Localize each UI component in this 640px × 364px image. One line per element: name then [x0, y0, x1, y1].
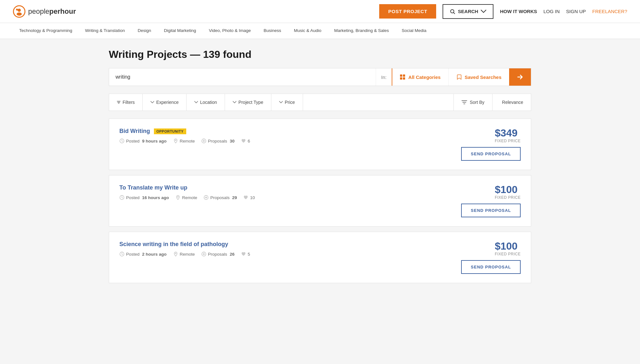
- saved-searches-button[interactable]: Saved Searches: [448, 68, 509, 86]
- search-bar: In: All Categories Saved Searches: [109, 68, 531, 86]
- svg-point-14: [178, 197, 179, 197]
- location-filter[interactable]: Location: [187, 94, 225, 111]
- project-right: $349 FIXED PRICE SEND PROPOSAL: [457, 128, 521, 161]
- nav-item-music[interactable]: Music & Audio: [288, 23, 328, 39]
- nav-item-marketing[interactable]: Marketing, Branding & Sales: [328, 23, 395, 39]
- search-input[interactable]: [116, 74, 369, 80]
- post-project-button[interactable]: POST PROJECT: [379, 4, 436, 19]
- svg-point-1: [18, 9, 21, 12]
- search-go-button[interactable]: [509, 68, 531, 86]
- price-amount: $100: [495, 184, 521, 195]
- project-left: Bid Writing OPPORTUNITY Posted 9 hours a…: [119, 128, 457, 143]
- nav-item-business[interactable]: Business: [257, 23, 288, 39]
- logo-icon: [13, 5, 26, 18]
- svg-rect-9: [403, 77, 405, 80]
- posted-time: Posted 2 hours ago: [119, 252, 167, 257]
- svg-point-2: [17, 12, 22, 16]
- project-card: To Translate my Write up Posted 16 hours…: [109, 175, 531, 227]
- opportunity-badge: OPPORTUNITY: [154, 128, 186, 134]
- chevron-project-type-icon: [233, 100, 236, 104]
- sort-by-area: Sort By: [453, 94, 492, 111]
- nav-item-design[interactable]: Design: [131, 23, 157, 39]
- proposals: Proposals 30: [201, 138, 235, 143]
- proposals: Proposals 26: [201, 252, 235, 257]
- location-icon: [173, 138, 178, 143]
- location: Remote: [175, 195, 197, 200]
- relevance-sort[interactable]: Relevance: [492, 94, 531, 111]
- send-proposal-button[interactable]: SEND PROPOSAL: [461, 260, 521, 274]
- project-left: To Translate my Write up Posted 16 hours…: [119, 184, 457, 200]
- chevron-price-icon: [279, 100, 283, 104]
- project-type-filter[interactable]: Project Type: [225, 94, 271, 111]
- logo-text: peopleperhour: [28, 7, 76, 16]
- sign-up-link[interactable]: SIGN UP: [566, 9, 586, 14]
- category-nav: Technology & Programming Writing & Trans…: [0, 23, 640, 39]
- project-title[interactable]: Bid Writing OPPORTUNITY: [119, 128, 186, 135]
- nav-item-digital-marketing[interactable]: Digital Marketing: [157, 23, 203, 39]
- likes: 5: [241, 252, 250, 257]
- arrow-right-icon: [516, 73, 524, 81]
- search-in-label: In:: [376, 68, 392, 86]
- send-proposal-button[interactable]: SEND PROPOSAL: [461, 204, 521, 217]
- proposals-icon: [201, 252, 206, 257]
- proposals-icon: [201, 138, 206, 143]
- clock-icon: [119, 252, 124, 257]
- posted-time: Posted 9 hours ago: [119, 138, 167, 143]
- svg-point-11: [175, 140, 176, 141]
- filter-icon: [117, 100, 121, 104]
- how-it-works-link[interactable]: HOW IT WORKS: [500, 9, 537, 14]
- grid-icon: [400, 74, 406, 80]
- nav-item-video[interactable]: Video, Photo & Image: [203, 23, 257, 39]
- freelancer-link[interactable]: FREELANCER?: [592, 9, 627, 14]
- sort-icon: [461, 100, 467, 105]
- logo[interactable]: peopleperhour: [13, 5, 76, 18]
- filters-bar: Filters Experience Location Project Type…: [109, 94, 531, 111]
- location-icon: [173, 252, 178, 257]
- header: peopleperhour POST PROJECT SEARCH HOW IT…: [0, 0, 640, 23]
- project-title[interactable]: Science writing in the field of patholog…: [119, 241, 228, 248]
- project-title[interactable]: To Translate my Write up: [119, 184, 187, 191]
- nav-item-social[interactable]: Social Media: [395, 23, 433, 39]
- svg-line-5: [453, 12, 455, 14]
- project-card: Bid Writing OPPORTUNITY Posted 9 hours a…: [109, 119, 531, 170]
- posted-time: Posted 16 hours ago: [119, 195, 169, 200]
- heart-icon: [241, 252, 246, 257]
- likes: 6: [241, 138, 250, 143]
- nav-item-technology[interactable]: Technology & Programming: [13, 23, 79, 39]
- filters-button[interactable]: Filters: [109, 94, 143, 111]
- clock-icon: [119, 138, 124, 143]
- project-right: $100 FIXED PRICE SEND PROPOSAL: [457, 241, 521, 274]
- location: Remote: [173, 252, 195, 257]
- price-label: FIXED PRICE: [495, 252, 521, 256]
- search-button[interactable]: SEARCH: [443, 4, 493, 19]
- search-input-wrap: [109, 68, 376, 86]
- chevron-location-icon: [194, 100, 198, 104]
- svg-point-4: [451, 10, 454, 13]
- project-right: $100 FIXED PRICE SEND PROPOSAL: [457, 184, 521, 217]
- svg-rect-8: [400, 77, 402, 80]
- price-label: FIXED PRICE: [495, 139, 521, 143]
- chevron-experience-icon: [150, 100, 154, 104]
- project-meta: Posted 2 hours ago Remote Proposals 26: [119, 252, 457, 257]
- project-meta: Posted 16 hours ago Remote Proposals 29: [119, 195, 457, 200]
- chevron-down-icon: [481, 9, 486, 14]
- svg-rect-7: [403, 74, 405, 77]
- nav-item-writing[interactable]: Writing & Translation: [79, 23, 131, 39]
- main-content: Writing Projects — 139 found In: All Cat…: [96, 39, 544, 298]
- price-filter[interactable]: Price: [271, 94, 303, 111]
- price-amount: $100: [495, 241, 521, 251]
- log-in-link[interactable]: LOG IN: [543, 9, 560, 14]
- svg-point-3: [16, 9, 18, 11]
- price-amount: $349: [495, 128, 521, 138]
- likes: 10: [243, 195, 255, 200]
- location: Remote: [173, 138, 195, 143]
- experience-filter[interactable]: Experience: [143, 94, 187, 111]
- send-proposal-button[interactable]: SEND PROPOSAL: [461, 147, 521, 161]
- clock-icon: [119, 195, 124, 200]
- project-card: Science writing in the field of patholog…: [109, 232, 531, 283]
- project-meta: Posted 9 hours ago Remote Proposals 30: [119, 138, 457, 143]
- proposals-icon: [204, 195, 209, 200]
- svg-rect-6: [400, 74, 402, 77]
- all-categories-button[interactable]: All Categories: [392, 68, 448, 86]
- heart-icon: [241, 138, 246, 143]
